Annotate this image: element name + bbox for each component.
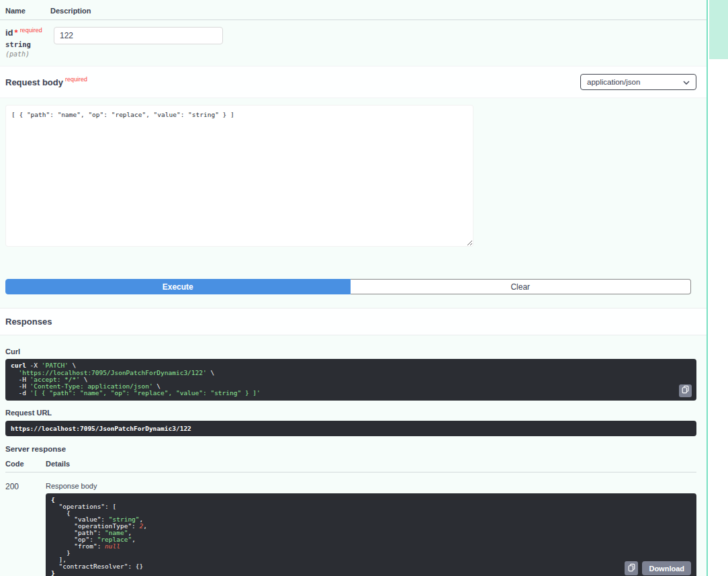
status-code: 200 [5,482,46,576]
execute-wrapper: Execute Clear [5,279,691,294]
parameters-name-column-header: Name [5,7,50,15]
server-response-label: Server response [5,445,696,453]
required-asterisk: * [15,28,18,38]
request-body-title: Request body [5,77,63,87]
swagger-operation-page: Name Description id*required string (pat… [0,0,728,576]
clear-button[interactable]: Clear [351,279,691,294]
responses-inner: Curl curl -X 'PATCH' \ 'https://localhos… [0,347,707,576]
request-body-editor[interactable]: [ { "path": "name", "op": "replace", "va… [5,105,473,247]
code-column-header: Code [5,460,46,468]
response-details: Response body { "operations": [ { "value… [46,482,696,576]
response-row: 200 Response body { "operations": [ { "v… [5,482,696,576]
execute-button[interactable]: Execute [5,279,351,294]
request-body-editor-section: [ { "path": "name", "op": "replace", "va… [0,98,707,249]
parameters-table-header: Name Description [0,0,707,20]
download-button[interactable]: Download [642,561,691,575]
parameter-location: (path) [5,50,54,58]
right-gutter [709,0,728,576]
curl-command-block: curl -X 'PATCH' \ 'https://localhost:709… [5,359,696,400]
content-type-selected-value: application/json [587,78,640,86]
parameter-name-text: id [5,28,13,38]
copy-icon [628,563,635,574]
details-column-header: Details [46,460,70,468]
chevron-down-icon [683,78,690,86]
responses-section-header: Responses [0,308,707,335]
parameter-name: id*required [5,27,54,38]
response-body-label: Response body [46,482,696,490]
copy-icon [682,385,689,396]
id-parameter-input[interactable] [54,27,223,44]
patch-operation-block: Name Description id*required string (pat… [0,0,708,576]
curl-label: Curl [5,347,696,356]
request-body-section-header: Request bodyrequired application/json [0,66,707,98]
response-body-json: { "operations": [ { "value": "string", "… [51,497,691,576]
parameter-type: string [5,40,54,48]
parameter-meta: id*required string (path) [5,27,54,58]
response-copy-button[interactable] [625,561,638,575]
response-body-controls: Download [625,561,691,575]
curl-copy-button[interactable] [679,384,692,397]
parameter-row: id*required string (path) [0,20,707,66]
parameter-value-cell [54,27,223,58]
scrollbar-thumb[interactable] [709,0,728,59]
response-body-block: { "operations": [ { "value": "string", "… [46,493,696,576]
responses-title: Responses [5,317,52,327]
request-body-title-wrap: Request bodyrequired [5,76,87,88]
curl-command-text: curl -X 'PATCH' \ 'https://localhost:709… [11,362,691,397]
request-body-required-badge: required [65,76,87,83]
response-table-header: Code Details [5,460,696,472]
parameters-description-column-header: Description [50,7,91,15]
required-badge: required [20,27,42,34]
content-type-select[interactable]: application/json [580,74,696,90]
request-url-value: https://localhost:7095/JsonPatchForDynam… [5,421,696,436]
request-url-label: Request URL [5,409,696,417]
